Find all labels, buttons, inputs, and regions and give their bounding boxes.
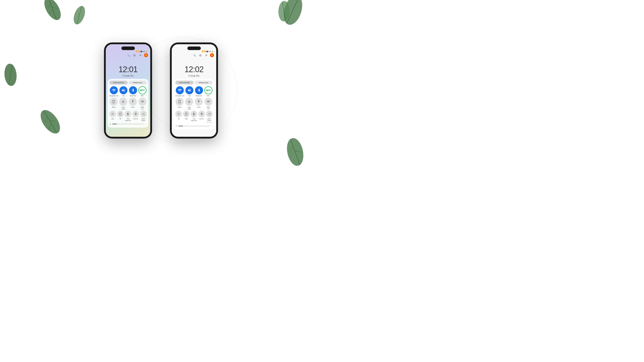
notification-badge-1[interactable]: 🔔 <box>144 53 148 57</box>
sound-btn-1[interactable] <box>120 86 128 94</box>
wifi-btn-1[interactable] <box>110 86 118 94</box>
svg-line-8 <box>44 111 56 132</box>
qs-tab-control-1[interactable]: Cihaz kontrolü <box>109 81 128 84</box>
mi-btn-2[interactable] <box>183 111 190 117</box>
svg-line-2 <box>46 4 52 8</box>
nfc-btn-1[interactable]: NFC <box>138 86 146 94</box>
location-btn-1[interactable] <box>132 111 139 117</box>
svg-line-9 <box>43 117 49 122</box>
svg-point-16 <box>285 137 306 167</box>
svg-point-12 <box>280 0 306 27</box>
wifi-btn-2[interactable] <box>176 86 184 94</box>
toggle-mobiledata-1[interactable]: Mobilveri <box>138 98 147 110</box>
power-icon-1[interactable]: ⏻ <box>132 53 136 57</box>
brightness-icon-2: ☀ <box>175 125 177 127</box>
battery-btn-1[interactable] <box>124 111 131 117</box>
scan-btn-1[interactable] <box>109 111 116 117</box>
dynamic-island-2 <box>188 46 201 50</box>
toggle-grid-row3-2: asi Mob Güçtasarrufu <box>175 111 213 123</box>
toggle-nfc-1[interactable]: NFC NFC <box>138 86 147 97</box>
toggle-nfc-2[interactable]: NFC NFC <box>204 86 213 97</box>
brightness-row-2: ☀ ⋮ <box>175 124 213 128</box>
search-icon-1[interactable]: 🔍 <box>126 53 130 57</box>
toggle-grid-row1-2: Gunaydin_5G Ses Bluetooth <box>175 86 213 97</box>
svg-point-7 <box>37 107 64 137</box>
location-btn-2[interactable] <box>198 111 205 117</box>
top-actions-2: 🔍 ⏻ ⚙ 🔔 <box>172 53 216 58</box>
toggle-wifi-2[interactable]: Gunaydin_5G <box>175 86 184 97</box>
toggle-battery-2[interactable]: Güçtasarrufu <box>190 111 197 123</box>
toggle-quickshare-2[interactable]: Quick ShareHiç kimse <box>206 111 213 123</box>
portrait-btn-1[interactable] <box>110 98 118 106</box>
svg-line-13 <box>287 0 299 23</box>
settings-icon-2[interactable]: ⚙ <box>204 53 208 57</box>
toggle-sound-2[interactable]: Ses <box>185 86 194 97</box>
brightness-bar-1[interactable] <box>112 124 144 124</box>
sound-label-2: Ses <box>188 95 191 97</box>
toggle-torch-1[interactable]: Fener <box>128 98 137 110</box>
mobiledata-btn-2[interactable] <box>204 98 212 106</box>
toggle-mobiledata-2[interactable]: Mobilveri <box>204 98 213 110</box>
toggle-torch-2[interactable]: Fener <box>194 98 203 110</box>
brightness-bar-2[interactable] <box>178 126 210 126</box>
toggle-grid-row1-1: Gunaydin_5G Ses Bluetooth <box>109 86 147 97</box>
brightness-row-1: ☀ ⋮ <box>109 122 147 126</box>
clock-time-2: 12:02 <box>172 65 216 74</box>
toggle-portrait-2[interactable]: Dikey <box>175 98 184 110</box>
toggle-airplane-2[interactable]: Uçuşmodu <box>185 98 194 110</box>
phones-container: 📶📶⬛%51🔒 🔍 ⏻ ⚙ 🔔 12:01 5 Ocak Per Cihaz k… <box>104 42 218 139</box>
nfc-btn-2[interactable]: NFC <box>204 86 212 94</box>
mobiledata-label-2: Mobilveri <box>206 106 210 110</box>
quickshare-btn-1[interactable] <box>140 111 147 117</box>
toggle-mi-2[interactable]: Mob <box>183 111 190 123</box>
toggle-location-2[interactable]: Konum <box>198 111 205 123</box>
toggle-airplane-1[interactable]: Uçuşmodu <box>119 98 128 110</box>
dynamic-island-1 <box>122 46 135 50</box>
portrait-btn-2[interactable] <box>176 98 184 106</box>
svg-line-21 <box>9 64 12 85</box>
toggle-portrait-1[interactable]: Dikey <box>109 98 118 110</box>
mi-btn-1[interactable] <box>117 111 124 117</box>
brightness-icon-1: ☀ <box>109 123 111 125</box>
svg-point-5 <box>71 4 87 26</box>
toggle-bluetooth-1[interactable]: Bluetooth <box>128 86 137 97</box>
portrait-label-1: Dikey <box>112 106 116 108</box>
svg-line-15 <box>282 2 286 20</box>
toggle-scan-1[interactable]: ıtası <box>109 111 116 122</box>
svg-line-19 <box>295 149 301 154</box>
toggle-battery-1[interactable]: Güçtasarrufu <box>124 111 131 122</box>
settings-icon-1[interactable]: ⚙ <box>138 53 142 57</box>
bluetooth-btn-1[interactable] <box>129 86 137 94</box>
location-label-2: Konum <box>199 118 204 120</box>
airplane-btn-2[interactable] <box>185 98 193 106</box>
toggle-scan-2[interactable]: asi <box>175 111 182 123</box>
qs-tab-control-2[interactable]: Cihaz kontrolü <box>175 81 194 84</box>
torch-label-1: Fener <box>131 106 134 108</box>
battery-btn-2[interactable] <box>190 111 197 117</box>
power-icon-2[interactable]: ⏻ <box>198 53 202 57</box>
toggle-bluetooth-2[interactable]: Bluetooth <box>194 86 203 97</box>
toggle-mi-1[interactable]: Mi <box>117 111 124 122</box>
torch-btn-2[interactable] <box>195 98 203 106</box>
notification-badge-2[interactable]: 🔔 <box>210 53 214 57</box>
airplane-label-1: Uçuşmodu <box>122 106 125 110</box>
bluetooth-btn-2[interactable] <box>195 86 203 94</box>
toggle-quickshare-1[interactable]: Quick Share <box>140 111 147 122</box>
svg-line-6 <box>77 6 82 24</box>
search-icon-2[interactable]: 🔍 <box>192 53 196 57</box>
quickshare-btn-2[interactable] <box>206 111 213 117</box>
nfc-label-1: NFC <box>141 95 144 97</box>
toggle-location-1[interactable]: Konum <box>132 111 139 122</box>
torch-btn-1[interactable] <box>129 98 137 106</box>
scan-btn-2[interactable] <box>175 111 182 117</box>
sound-btn-2[interactable] <box>185 86 194 94</box>
svg-line-1 <box>49 0 56 19</box>
qs-tab-media-2[interactable]: Medya çıkışı <box>194 81 213 84</box>
airplane-btn-1[interactable] <box>119 98 127 106</box>
toggle-sound-1[interactable]: Ses <box>119 86 128 97</box>
airplane-label-2: Uçuşmodu <box>188 106 191 110</box>
qs-tab-media-1[interactable]: Medya çıkışı <box>128 81 147 84</box>
toggle-wifi-1[interactable]: Gunaydin_5G <box>109 86 118 97</box>
mobiledata-btn-1[interactable] <box>138 98 146 106</box>
svg-point-14 <box>278 1 290 22</box>
